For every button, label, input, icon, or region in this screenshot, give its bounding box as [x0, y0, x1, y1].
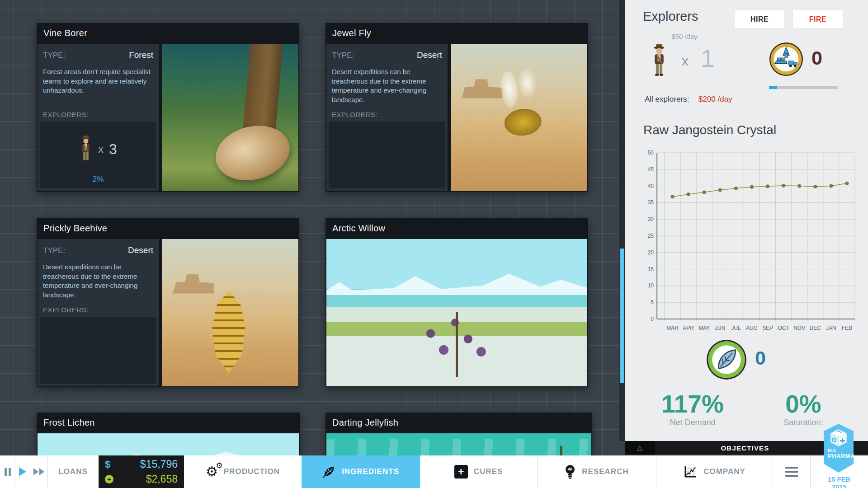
svg-text:0: 0 — [651, 316, 654, 322]
objectives-toggle[interactable]: △ — [625, 441, 655, 455]
all-explorers-cost: $200 /day — [698, 95, 732, 104]
line-chart-icon — [683, 465, 698, 479]
svg-text:JUL: JUL — [731, 325, 741, 331]
big-pharma-logo: BIG PHARMA — [824, 424, 854, 473]
logo-text-pharma: PHARMA — [828, 453, 849, 460]
fast-forward-button[interactable] — [30, 455, 47, 488]
multiplier-sign: x — [98, 143, 104, 155]
svg-text:OCT: OCT — [778, 325, 789, 331]
cures-label: CURES — [474, 467, 503, 476]
svg-text:25: 25 — [648, 233, 654, 239]
all-explorers-label: All explorers: — [645, 95, 689, 104]
content-scrollbar-thumb[interactable] — [620, 249, 624, 383]
card-title-text: Jewel Fly — [332, 28, 371, 38]
svg-text:35: 35 — [648, 199, 654, 206]
card-title-text: Frost Lichen — [43, 418, 95, 428]
transport-count: 0 — [811, 47, 822, 69]
dollar-icon: $ — [105, 459, 110, 470]
bottom-toolbar: LOANS $ $15,796 + $2,658 ⚙⚙ PRODUCTION — [0, 455, 868, 488]
card-title-text: Prickly Beehive — [43, 223, 107, 234]
card-title: Vine Borer — [37, 23, 299, 43]
ingredient-card-arctic-willow[interactable]: Arctic Willow — [326, 218, 588, 387]
tab-ingredients[interactable]: INGREDIENTS — [302, 455, 420, 488]
card-title: Frost Lichen — [37, 413, 300, 432]
svg-text:FEB: FEB — [842, 325, 852, 331]
multiplier-sign: x — [682, 53, 689, 69]
divider — [645, 115, 835, 115]
svg-text:DEC: DEC — [810, 325, 821, 331]
card-title-text: Arctic Willow — [332, 223, 385, 234]
card-info-panel: TYPE: Desert Desert expeditions can be t… — [38, 239, 159, 386]
explorers-panel-title: Explorers — [643, 9, 698, 24]
leaf-icon — [322, 465, 336, 479]
explorers-slot[interactable]: x 3 2% — [40, 122, 156, 188]
transport-progress-fill — [769, 86, 777, 89]
loans-label: LOANS — [58, 467, 88, 476]
card-info-panel: TYPE: Desert Desert expeditions can be t… — [326, 44, 448, 191]
svg-text:50: 50 — [648, 150, 654, 156]
content-scrollbar-track[interactable] — [619, 0, 625, 441]
tab-production[interactable]: ⚙⚙ PRODUCTION — [184, 455, 302, 488]
hire-button[interactable]: HIRE — [735, 10, 784, 28]
svg-text:JAN: JAN — [826, 325, 836, 331]
production-label: PRODUCTION — [224, 467, 280, 476]
card-title: Jewel Fly — [326, 23, 588, 43]
exploration-progress: 2% — [40, 175, 156, 184]
tab-company[interactable]: COMPANY — [656, 455, 773, 488]
menu-button[interactable] — [773, 455, 810, 488]
stock-count: 0 — [755, 347, 766, 369]
explorers-label: EXPLORERS: — [43, 306, 89, 314]
research-label: RESEARCH — [582, 467, 628, 476]
pause-button[interactable] — [0, 455, 15, 488]
explorer-icon — [651, 42, 667, 80]
svg-text:15: 15 — [648, 266, 654, 272]
game-date: 15 FEB 2015 — [820, 475, 858, 488]
ingredient-card-jewel-fly[interactable]: Jewel Fly TYPE: Desert Desert expedition… — [326, 23, 588, 192]
objectives-label: OBJECTIVES — [655, 444, 835, 452]
beehive-art — [207, 291, 251, 373]
type-value: Desert — [417, 50, 442, 60]
explorer-count: 3 — [109, 141, 117, 158]
net-demand-label: Net Demand — [652, 418, 733, 427]
ingredients-label: INGREDIENTS — [342, 467, 399, 476]
explorers-slot[interactable] — [40, 317, 156, 384]
active-tab-notch — [356, 451, 366, 455]
logo-cube-icon — [829, 428, 849, 448]
tab-research[interactable]: RESEARCH — [537, 455, 656, 488]
loans-button[interactable]: LOANS — [47, 455, 99, 488]
arctic-scene-image — [326, 239, 587, 386]
play-button[interactable] — [15, 455, 30, 488]
cash-balance: $15,796 — [140, 458, 178, 470]
money-display: $ $15,796 + $2,658 — [99, 455, 184, 488]
svg-text:5: 5 — [651, 299, 654, 305]
forest-scene-image — [162, 44, 298, 191]
card-title: Darting Jellyfish — [326, 413, 592, 432]
fast-forward-icon — [33, 468, 44, 475]
tab-cures[interactable]: + CURES — [420, 455, 537, 488]
type-label: TYPE: — [43, 51, 65, 60]
svg-text:AUG: AUG — [746, 325, 758, 331]
card-title: Arctic Willow — [326, 218, 588, 238]
ingredient-card-vine-borer[interactable]: Vine Borer TYPE: Forest Forest areas don… — [37, 23, 299, 192]
fire-button[interactable]: FIRE — [793, 10, 843, 28]
hamburger-icon — [785, 467, 798, 477]
transport-icon — [769, 42, 804, 79]
ingredient-card-prickly-beehive[interactable]: Prickly Beehive TYPE: Desert Desert expe… — [37, 218, 299, 387]
explorers-slot[interactable] — [329, 122, 445, 188]
gears-icon: ⚙⚙ — [206, 465, 218, 479]
card-description: Desert expeditions can be treacherous du… — [332, 67, 442, 105]
type-label: TYPE: — [43, 246, 65, 255]
svg-text:10: 10 — [648, 282, 654, 289]
mesa-art — [173, 274, 214, 293]
logo-text-big: BIG — [828, 448, 849, 453]
profit-plus-icon: + — [105, 475, 113, 483]
card-title: Prickly Beehive — [37, 218, 299, 238]
svg-text:MAR: MAR — [666, 325, 679, 331]
saturation-value: 0% — [774, 389, 833, 418]
willow-tree-art — [410, 286, 504, 377]
jewel-fly-insect-art — [473, 54, 568, 169]
chart-title: Raw Jangostein Crystal — [643, 123, 776, 137]
crystal-chart: 05101520253035404550MARAPRMAYJUNJULAUGSE… — [643, 149, 856, 335]
explorer-daily-rate: $50 /day — [653, 33, 716, 40]
svg-text:20: 20 — [648, 249, 654, 256]
